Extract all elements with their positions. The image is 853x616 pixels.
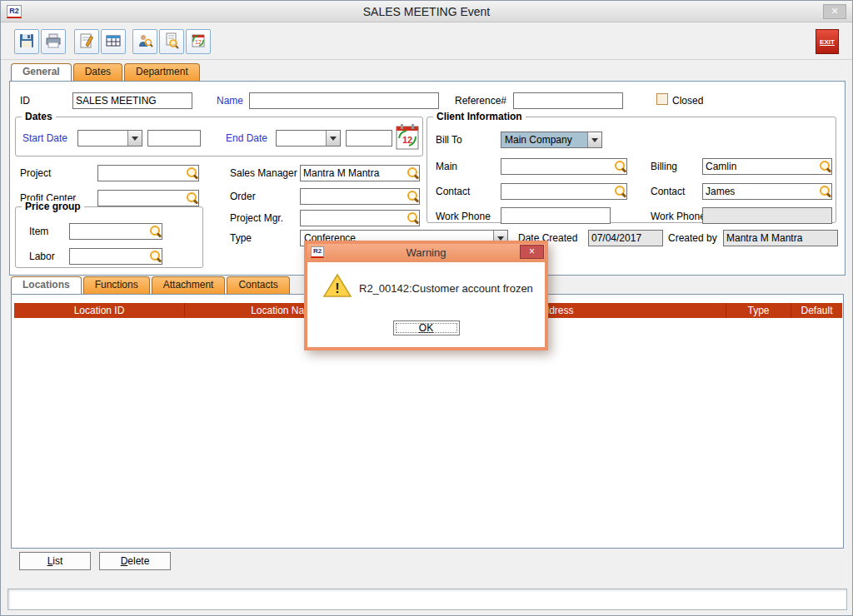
sales-manager-field[interactable] [301, 167, 406, 179]
labor-field[interactable] [70, 251, 148, 262]
labor-lookup-icon[interactable] [148, 249, 162, 264]
item-field[interactable] [70, 226, 148, 237]
sales-manager-label: Sales Manager [230, 167, 297, 179]
contact-right-field-wrap [702, 183, 832, 200]
order-lookup-icon[interactable] [406, 189, 419, 204]
work-phone-left-field[interactable] [501, 207, 611, 224]
billing-label: Billing [651, 161, 677, 172]
contact-left-field[interactable] [501, 186, 613, 197]
save-button[interactable] [14, 29, 39, 54]
closed-checkbox[interactable] [656, 93, 668, 105]
profit-center-lookup-icon[interactable] [185, 191, 198, 206]
bill-to-value: Main Company [501, 132, 587, 147]
exit-button[interactable]: EXIT [816, 29, 839, 54]
project-mgr-field-wrap [300, 210, 420, 226]
reference-label: Reference# [455, 95, 506, 107]
calendar-icon: 12 [394, 142, 421, 154]
tab-dates[interactable]: Dates [73, 63, 122, 81]
sales-manager-field-wrap [300, 165, 420, 181]
tab-contacts[interactable]: Contacts [227, 276, 289, 294]
sales-manager-lookup-icon[interactable] [406, 166, 419, 181]
svg-text:12: 12 [402, 135, 412, 145]
billing-field-wrap [702, 158, 832, 175]
delete-button[interactable]: Delete [99, 552, 171, 570]
column-header-default[interactable]: Default [791, 303, 842, 318]
labor-label: Labor [29, 251, 55, 262]
person-search-icon [137, 32, 153, 52]
tab-general[interactable]: General [11, 63, 72, 81]
warning-dialog-titlebar[interactable]: R2 Warning × [307, 244, 545, 262]
edit-note-icon [78, 32, 95, 52]
main-lookup-icon[interactable] [613, 159, 626, 174]
created-by-label: Created by [668, 232, 717, 244]
tab-department[interactable]: Department [124, 63, 200, 81]
window-titlebar[interactable]: R2 SALES MEETING Event × [1, 1, 852, 22]
client-information-group: Client Information Bill To Main Company … [426, 117, 836, 223]
order-field-wrap [300, 188, 420, 205]
start-date-dropdown-button[interactable] [127, 131, 142, 146]
column-header-type[interactable]: Type [726, 303, 791, 318]
project-mgr-label: Project Mgr. [230, 212, 283, 224]
project-mgr-lookup-icon[interactable] [406, 211, 419, 226]
start-date-combo[interactable] [77, 130, 142, 147]
profit-center-field-wrap [97, 190, 199, 206]
work-phone-right-field [702, 207, 832, 224]
billing-lookup-icon[interactable] [818, 159, 831, 174]
id-field[interactable] [72, 92, 192, 109]
warning-dialog-close-button[interactable]: × [520, 245, 544, 259]
order-field[interactable] [301, 191, 406, 202]
person-search-button[interactable] [132, 29, 157, 54]
end-date-label: End Date [226, 132, 267, 144]
contact-left-lookup-icon[interactable] [613, 184, 626, 199]
save-icon [18, 32, 35, 52]
work-phone-left-label: Work Phone [436, 211, 491, 222]
bottom-tab-bar: Locations Functions Attachment Contacts [11, 276, 290, 294]
end-date-value [277, 131, 326, 146]
bill-to-dropdown-button[interactable] [587, 132, 601, 147]
item-lookup-icon[interactable] [148, 224, 162, 239]
ok-button[interactable]: OK [393, 320, 460, 335]
name-label: Name [217, 95, 243, 107]
project-label: Project [20, 167, 51, 179]
order-label: Order [230, 191, 256, 202]
name-field[interactable] [249, 92, 439, 109]
window-close-button[interactable]: × [823, 4, 846, 19]
calendar-picker-button[interactable]: 12 [394, 122, 421, 154]
chevron-down-icon [591, 138, 598, 142]
contact-right-label: Contact [651, 186, 685, 197]
main-field-wrap [501, 158, 627, 175]
end-date-combo[interactable] [276, 130, 341, 147]
profit-center-field[interactable] [98, 192, 185, 204]
contact-right-field[interactable] [703, 186, 818, 197]
billing-field[interactable] [703, 161, 818, 172]
end-date-dropdown-button[interactable] [326, 131, 340, 146]
project-field[interactable] [98, 167, 185, 179]
start-time-field[interactable] [147, 130, 201, 147]
document-search-button[interactable] [159, 29, 184, 54]
tab-attachment[interactable]: Attachment [152, 276, 226, 294]
project-mgr-field[interactable] [301, 212, 406, 224]
reference-field[interactable] [513, 92, 623, 109]
tab-functions[interactable]: Functions [83, 276, 150, 294]
project-lookup-icon[interactable] [185, 166, 198, 181]
contact-right-lookup-icon[interactable] [818, 184, 831, 199]
end-time-field[interactable] [346, 130, 392, 147]
warning-dialog: R2 Warning × ! R2_00142:Customer account… [304, 241, 548, 350]
edit-note-button[interactable] [74, 29, 99, 54]
table-grid-button[interactable] [101, 29, 126, 54]
app-window: R2 SALES MEETING Event × 12 EXIT General… [0, 0, 853, 616]
main-field[interactable] [501, 161, 613, 172]
toolbar: 12 EXIT [1, 23, 852, 60]
svg-text:12: 12 [195, 39, 202, 45]
column-header-location-id[interactable]: Location ID [14, 303, 185, 318]
dates-group: Dates Start Date End Date 12 [15, 117, 423, 156]
window-title: SALES MEETING Event [1, 5, 852, 18]
document-search-icon [163, 32, 180, 52]
print-button[interactable] [41, 29, 66, 54]
list-button[interactable]: List [19, 552, 91, 570]
calendar-refresh-button[interactable]: 12 [186, 29, 211, 54]
bill-to-combo[interactable]: Main Company [501, 132, 602, 148]
chevron-down-icon [132, 137, 138, 141]
type-label: Type [230, 232, 252, 244]
tab-locations[interactable]: Locations [11, 276, 82, 294]
